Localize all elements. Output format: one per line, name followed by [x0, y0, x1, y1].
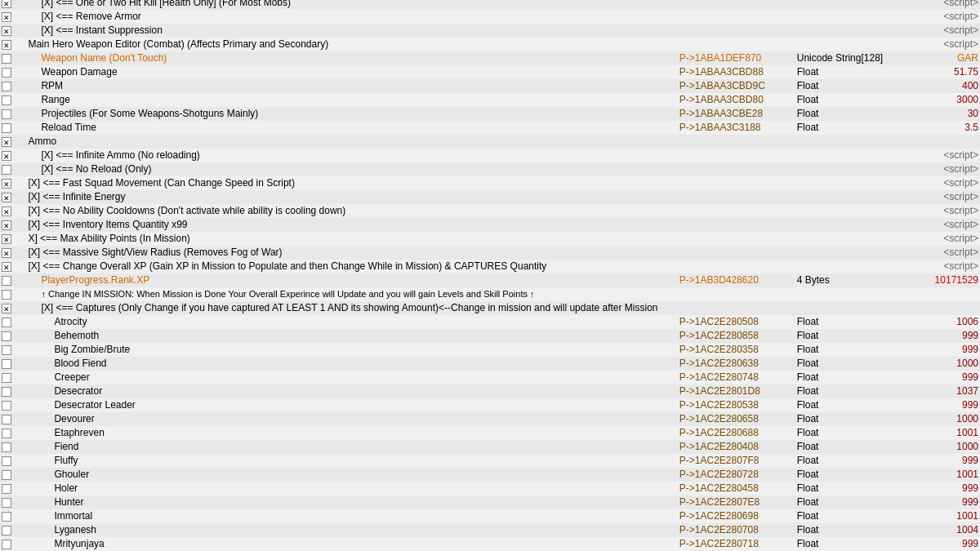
row-type: Float [795, 426, 896, 440]
row-type: Float [795, 495, 896, 509]
row-type: Float [795, 384, 896, 398]
row-checkbox[interactable]: ✕ [0, 218, 13, 232]
table-row: GhoulerP->1AC2E280728Float1001 [0, 468, 980, 482]
row-checkbox[interactable] [0, 509, 13, 523]
row-checkbox[interactable] [0, 273, 13, 287]
row-type: Float [795, 329, 896, 343]
row-address: P->1AC2E280508 [678, 315, 795, 329]
row-value: 999 [896, 482, 980, 495]
table-row: ✕[X] <== Fast Squad Movement (Can Change… [0, 176, 980, 190]
row-checkbox[interactable] [0, 343, 13, 357]
row-checkbox[interactable]: ✕ [0, 190, 13, 204]
row-checkbox[interactable] [0, 482, 13, 495]
row-checkbox[interactable] [0, 398, 13, 412]
main-container: ✕The Red Solstice 2: Survivors 1.1-1.2.1… [0, 0, 980, 551]
row-name: Desecrator [13, 384, 677, 398]
row-type: Float [795, 537, 896, 551]
row-value: 1000 [896, 412, 980, 426]
row-checkbox[interactable]: ✕ [0, 38, 13, 51]
row-value: <script> [896, 149, 980, 162]
row-checkbox[interactable] [0, 329, 13, 343]
row-type: Float [795, 398, 896, 412]
row-checkbox[interactable]: ✕ [0, 232, 13, 246]
row-checkbox[interactable] [0, 426, 13, 440]
row-checkbox[interactable] [0, 51, 13, 65]
row-type: Float [795, 107, 896, 121]
row-checkbox[interactable]: ✕ [0, 135, 13, 149]
row-value: 999 [896, 495, 980, 509]
row-checkbox[interactable]: ✕ [0, 10, 13, 24]
row-address: P->1ABAA3CBD9C [678, 79, 795, 93]
row-checkbox[interactable] [0, 523, 13, 537]
table-row: ✕[X] <== Infinite Energy<script> [0, 190, 980, 204]
table-row: ✕[X] <== No Ability Cooldowns (Don't act… [0, 204, 980, 218]
row-checkbox[interactable] [0, 440, 13, 454]
row-type [795, 232, 896, 246]
row-address: P->1AC2E2807F8 [678, 454, 795, 468]
table-row: ✕[X] <== Change Overall XP (Gain XP in M… [0, 260, 980, 273]
row-value: 1000 [896, 440, 980, 454]
row-name: Lyganesh [13, 523, 677, 537]
row-checkbox[interactable] [0, 537, 13, 551]
row-value: <script> [896, 176, 980, 190]
row-name: Ammo [13, 135, 677, 149]
row-checkbox[interactable]: ✕ [0, 246, 13, 260]
row-type [795, 260, 896, 273]
table-row: ✕[X] <== Massive Sight/View Radius (Remo… [0, 246, 980, 260]
row-type: Unicode String[128] [795, 51, 896, 65]
row-checkbox[interactable] [0, 357, 13, 371]
row-checkbox[interactable] [0, 468, 13, 482]
row-checkbox[interactable] [0, 65, 13, 79]
row-type: Float [795, 482, 896, 495]
row-checkbox[interactable] [0, 384, 13, 398]
row-address: P->1ABA1DEF870 [678, 51, 795, 65]
row-checkbox[interactable] [0, 93, 13, 107]
row-checkbox[interactable] [0, 315, 13, 329]
row-type [795, 162, 896, 176]
table-row: Blood FiendP->1AC2E280638Float1000 [0, 357, 980, 371]
row-checkbox[interactable] [0, 495, 13, 509]
row-value [896, 135, 980, 149]
row-checkbox[interactable] [0, 107, 13, 121]
row-checkbox[interactable]: ✕ [0, 0, 13, 10]
table-row: MrityunjayaP->1AC2E280718Float999 [0, 537, 980, 551]
row-name: Desecrator Leader [13, 398, 677, 412]
row-value: 999 [896, 454, 980, 468]
row-checkbox[interactable]: ✕ [0, 260, 13, 273]
row-type: Float [795, 343, 896, 357]
table-row: DevourerP->1AC2E280658Float1000 [0, 412, 980, 426]
row-type: Float [795, 523, 896, 537]
row-checkbox[interactable] [0, 412, 13, 426]
row-name: [X] <== No Reload (Only) [13, 162, 677, 176]
row-checkbox[interactable]: ✕ [0, 176, 13, 190]
row-checkbox[interactable] [0, 454, 13, 468]
table-row: [X] <== No Reload (Only)<script> [0, 162, 980, 176]
row-value: <script> [896, 232, 980, 246]
row-checkbox[interactable]: ✕ [0, 301, 13, 315]
row-name: PlayerProgress.Rank.XP [13, 273, 677, 287]
table-row: Big Zombie/BruteP->1AC2E280358Float999 [0, 343, 980, 357]
row-checkbox[interactable] [0, 79, 13, 93]
row-checkbox[interactable] [0, 371, 13, 384]
row-value: <script> [896, 204, 980, 218]
row-type: Float [795, 440, 896, 454]
row-type: Float [795, 357, 896, 371]
row-type: Float [795, 65, 896, 79]
row-value: GAR [896, 51, 980, 65]
row-address [678, 162, 795, 176]
row-address: P->1ABAA3C3188 [678, 121, 795, 135]
table-row: CreeperP->1AC2E280748Float999 [0, 371, 980, 384]
row-checkbox[interactable]: ✕ [0, 24, 13, 38]
row-checkbox[interactable] [0, 162, 13, 176]
scroll-area[interactable]: ✕The Red Solstice 2: Survivors 1.1-1.2.1… [0, 0, 980, 551]
row-address: P->1AC2E280658 [678, 412, 795, 426]
row-checkbox[interactable]: ✕ [0, 204, 13, 218]
row-checkbox[interactable]: ✕ [0, 149, 13, 162]
row-address: P->1AC2E2807E8 [678, 495, 795, 509]
row-type: 4 Bytes [795, 273, 896, 287]
row-type [795, 287, 896, 301]
row-address [678, 24, 795, 38]
row-address [678, 149, 795, 162]
row-checkbox[interactable] [0, 287, 13, 301]
row-checkbox[interactable] [0, 121, 13, 135]
